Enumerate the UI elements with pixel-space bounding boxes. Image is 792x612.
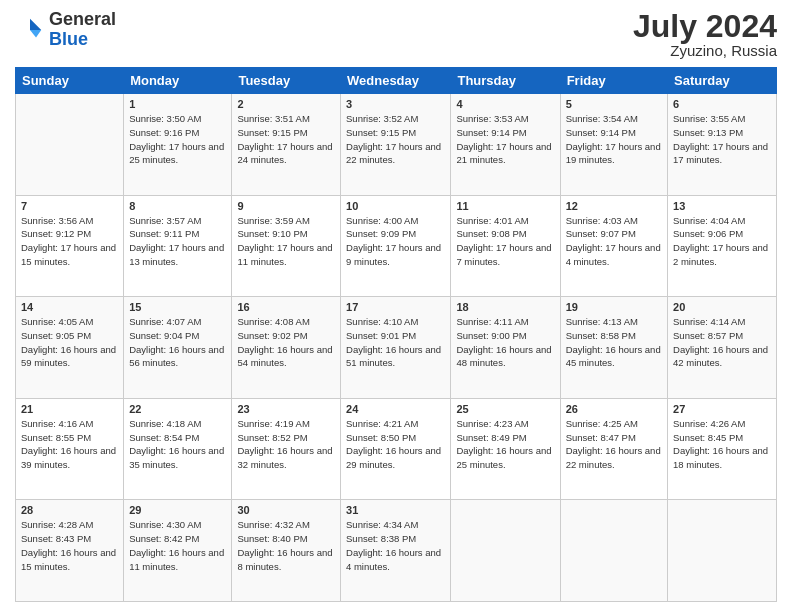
day-number: 4 (456, 98, 554, 110)
logo: General Blue (15, 10, 116, 50)
sun-info: Sunrise: 4:32 AMSunset: 8:40 PMDaylight:… (237, 519, 332, 571)
day-number: 25 (456, 403, 554, 415)
sun-info: Sunrise: 4:10 AMSunset: 9:01 PMDaylight:… (346, 316, 441, 368)
day-number: 10 (346, 200, 445, 212)
calendar-cell: 5 Sunrise: 3:54 AMSunset: 9:14 PMDayligh… (560, 94, 667, 196)
sun-info: Sunrise: 3:51 AMSunset: 9:15 PMDaylight:… (237, 113, 332, 165)
day-number: 15 (129, 301, 226, 313)
col-monday: Monday (124, 68, 232, 94)
calendar-cell: 8 Sunrise: 3:57 AMSunset: 9:11 PMDayligh… (124, 195, 232, 297)
sun-info: Sunrise: 4:11 AMSunset: 9:00 PMDaylight:… (456, 316, 551, 368)
calendar-cell (668, 500, 777, 602)
day-number: 17 (346, 301, 445, 313)
day-number: 18 (456, 301, 554, 313)
day-number: 12 (566, 200, 662, 212)
col-sunday: Sunday (16, 68, 124, 94)
day-number: 2 (237, 98, 335, 110)
logo-text: General Blue (49, 10, 116, 50)
calendar-cell: 16 Sunrise: 4:08 AMSunset: 9:02 PMDaylig… (232, 297, 341, 399)
week-row-4: 21 Sunrise: 4:16 AMSunset: 8:55 PMDaylig… (16, 398, 777, 500)
day-number: 31 (346, 504, 445, 516)
calendar-cell: 30 Sunrise: 4:32 AMSunset: 8:40 PMDaylig… (232, 500, 341, 602)
svg-marker-0 (30, 19, 41, 30)
calendar-cell: 21 Sunrise: 4:16 AMSunset: 8:55 PMDaylig… (16, 398, 124, 500)
day-number: 14 (21, 301, 118, 313)
calendar-cell (451, 500, 560, 602)
title-area: July 2024 Zyuzino, Russia (633, 10, 777, 59)
header-row: Sunday Monday Tuesday Wednesday Thursday… (16, 68, 777, 94)
month-year: July 2024 (633, 10, 777, 42)
sun-info: Sunrise: 4:26 AMSunset: 8:45 PMDaylight:… (673, 418, 768, 470)
day-number: 6 (673, 98, 771, 110)
calendar-cell: 6 Sunrise: 3:55 AMSunset: 9:13 PMDayligh… (668, 94, 777, 196)
calendar-page: General Blue July 2024 Zyuzino, Russia S… (0, 0, 792, 612)
sun-info: Sunrise: 4:04 AMSunset: 9:06 PMDaylight:… (673, 215, 768, 267)
sun-info: Sunrise: 4:08 AMSunset: 9:02 PMDaylight:… (237, 316, 332, 368)
day-number: 3 (346, 98, 445, 110)
day-number: 11 (456, 200, 554, 212)
day-number: 20 (673, 301, 771, 313)
logo-icon (15, 15, 45, 45)
calendar-cell: 2 Sunrise: 3:51 AMSunset: 9:15 PMDayligh… (232, 94, 341, 196)
calendar-cell: 9 Sunrise: 3:59 AMSunset: 9:10 PMDayligh… (232, 195, 341, 297)
calendar-cell: 4 Sunrise: 3:53 AMSunset: 9:14 PMDayligh… (451, 94, 560, 196)
calendar-cell (16, 94, 124, 196)
sun-info: Sunrise: 3:54 AMSunset: 9:14 PMDaylight:… (566, 113, 661, 165)
calendar-cell: 23 Sunrise: 4:19 AMSunset: 8:52 PMDaylig… (232, 398, 341, 500)
day-number: 22 (129, 403, 226, 415)
calendar-cell: 31 Sunrise: 4:34 AMSunset: 8:38 PMDaylig… (341, 500, 451, 602)
sun-info: Sunrise: 3:59 AMSunset: 9:10 PMDaylight:… (237, 215, 332, 267)
sun-info: Sunrise: 3:57 AMSunset: 9:11 PMDaylight:… (129, 215, 224, 267)
col-thursday: Thursday (451, 68, 560, 94)
week-row-3: 14 Sunrise: 4:05 AMSunset: 9:05 PMDaylig… (16, 297, 777, 399)
calendar-table: Sunday Monday Tuesday Wednesday Thursday… (15, 67, 777, 602)
day-number: 26 (566, 403, 662, 415)
sun-info: Sunrise: 4:13 AMSunset: 8:58 PMDaylight:… (566, 316, 661, 368)
svg-marker-1 (30, 30, 41, 38)
sun-info: Sunrise: 3:52 AMSunset: 9:15 PMDaylight:… (346, 113, 441, 165)
calendar-cell: 7 Sunrise: 3:56 AMSunset: 9:12 PMDayligh… (16, 195, 124, 297)
day-number: 16 (237, 301, 335, 313)
calendar-cell: 14 Sunrise: 4:05 AMSunset: 9:05 PMDaylig… (16, 297, 124, 399)
logo-blue: Blue (49, 29, 88, 49)
calendar-cell: 11 Sunrise: 4:01 AMSunset: 9:08 PMDaylig… (451, 195, 560, 297)
sun-info: Sunrise: 4:28 AMSunset: 8:43 PMDaylight:… (21, 519, 116, 571)
calendar-cell: 20 Sunrise: 4:14 AMSunset: 8:57 PMDaylig… (668, 297, 777, 399)
calendar-cell: 1 Sunrise: 3:50 AMSunset: 9:16 PMDayligh… (124, 94, 232, 196)
sun-info: Sunrise: 4:18 AMSunset: 8:54 PMDaylight:… (129, 418, 224, 470)
calendar-cell (560, 500, 667, 602)
day-number: 9 (237, 200, 335, 212)
week-row-1: 1 Sunrise: 3:50 AMSunset: 9:16 PMDayligh… (16, 94, 777, 196)
sun-info: Sunrise: 3:56 AMSunset: 9:12 PMDaylight:… (21, 215, 116, 267)
calendar-cell: 27 Sunrise: 4:26 AMSunset: 8:45 PMDaylig… (668, 398, 777, 500)
col-saturday: Saturday (668, 68, 777, 94)
sun-info: Sunrise: 4:00 AMSunset: 9:09 PMDaylight:… (346, 215, 441, 267)
calendar-cell: 26 Sunrise: 4:25 AMSunset: 8:47 PMDaylig… (560, 398, 667, 500)
week-row-5: 28 Sunrise: 4:28 AMSunset: 8:43 PMDaylig… (16, 500, 777, 602)
sun-info: Sunrise: 4:03 AMSunset: 9:07 PMDaylight:… (566, 215, 661, 267)
calendar-cell: 15 Sunrise: 4:07 AMSunset: 9:04 PMDaylig… (124, 297, 232, 399)
calendar-cell: 29 Sunrise: 4:30 AMSunset: 8:42 PMDaylig… (124, 500, 232, 602)
sun-info: Sunrise: 3:50 AMSunset: 9:16 PMDaylight:… (129, 113, 224, 165)
sun-info: Sunrise: 4:25 AMSunset: 8:47 PMDaylight:… (566, 418, 661, 470)
day-number: 8 (129, 200, 226, 212)
header: General Blue July 2024 Zyuzino, Russia (15, 10, 777, 59)
calendar-cell: 19 Sunrise: 4:13 AMSunset: 8:58 PMDaylig… (560, 297, 667, 399)
sun-info: Sunrise: 4:05 AMSunset: 9:05 PMDaylight:… (21, 316, 116, 368)
calendar-cell: 18 Sunrise: 4:11 AMSunset: 9:00 PMDaylig… (451, 297, 560, 399)
day-number: 30 (237, 504, 335, 516)
sun-info: Sunrise: 4:23 AMSunset: 8:49 PMDaylight:… (456, 418, 551, 470)
col-tuesday: Tuesday (232, 68, 341, 94)
sun-info: Sunrise: 4:30 AMSunset: 8:42 PMDaylight:… (129, 519, 224, 571)
day-number: 5 (566, 98, 662, 110)
day-number: 19 (566, 301, 662, 313)
col-wednesday: Wednesday (341, 68, 451, 94)
calendar-cell: 10 Sunrise: 4:00 AMSunset: 9:09 PMDaylig… (341, 195, 451, 297)
week-row-2: 7 Sunrise: 3:56 AMSunset: 9:12 PMDayligh… (16, 195, 777, 297)
day-number: 21 (21, 403, 118, 415)
logo-general: General (49, 9, 116, 29)
calendar-cell: 13 Sunrise: 4:04 AMSunset: 9:06 PMDaylig… (668, 195, 777, 297)
calendar-cell: 28 Sunrise: 4:28 AMSunset: 8:43 PMDaylig… (16, 500, 124, 602)
day-number: 29 (129, 504, 226, 516)
calendar-cell: 17 Sunrise: 4:10 AMSunset: 9:01 PMDaylig… (341, 297, 451, 399)
